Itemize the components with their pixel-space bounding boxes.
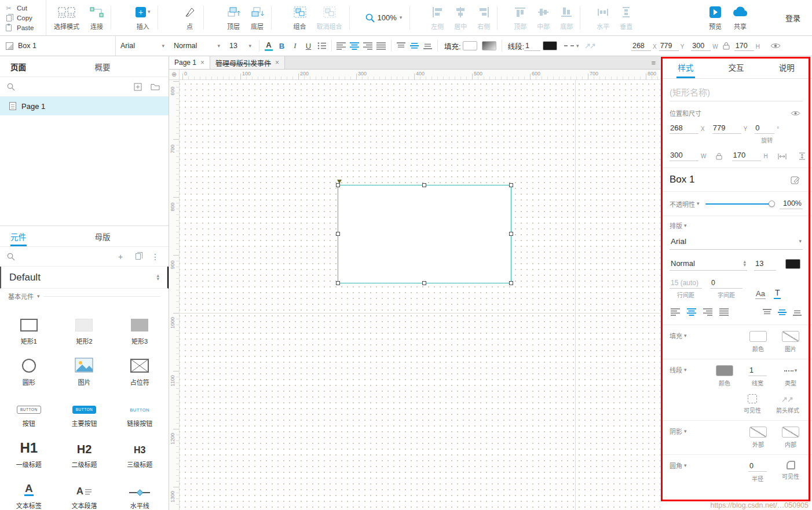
canvas-tab-master-event[interactable]: 管理母版引发事件 × bbox=[210, 56, 285, 69]
widget-item-primary-button[interactable]: BUTTON主要按钮 bbox=[57, 388, 112, 429]
align-right-button[interactable]: 右侧 bbox=[472, 0, 495, 35]
design-canvas[interactable] bbox=[180, 80, 660, 510]
resize-handle-e[interactable] bbox=[509, 232, 513, 236]
x-input[interactable] bbox=[631, 41, 651, 51]
tab-widgets[interactable]: 元件 bbox=[0, 226, 85, 246]
resize-handle-ne[interactable] bbox=[509, 183, 513, 187]
opacity-slider[interactable] bbox=[705, 203, 774, 205]
hide-widget-button[interactable] bbox=[768, 41, 783, 50]
add-page-button[interactable] bbox=[131, 81, 144, 93]
widget-item-link-button[interactable]: BUTTON链接按钮 bbox=[112, 388, 167, 429]
italic-button[interactable]: I bbox=[288, 39, 302, 53]
lock-ratio-button[interactable] bbox=[714, 151, 725, 161]
widget-item-text-label[interactable]: A文本标签 bbox=[1, 471, 57, 510]
fit-width-button[interactable] bbox=[776, 152, 789, 161]
lock-ratio-button[interactable] bbox=[720, 41, 732, 51]
fill-image-picker[interactable]: 图片 bbox=[782, 331, 799, 353]
line-visibility-toggle[interactable]: 可见性 bbox=[744, 394, 761, 414]
font-size-input[interactable] bbox=[754, 257, 776, 271]
shadow-section-toggle[interactable]: 阴影 ▾ bbox=[670, 427, 687, 436]
pages-search-input[interactable] bbox=[20, 83, 127, 91]
text-align-left-button[interactable] bbox=[335, 39, 348, 53]
arrow-style-button[interactable] bbox=[581, 41, 599, 51]
tab-style[interactable]: 样式 bbox=[660, 56, 711, 78]
fit-height-button[interactable] bbox=[796, 151, 808, 161]
login-button[interactable]: 登录 bbox=[785, 12, 800, 23]
edit-style-button[interactable] bbox=[788, 174, 803, 185]
tab-list-button[interactable]: ≡ bbox=[651, 59, 656, 67]
ruler-origin[interactable]: ⊕ bbox=[169, 70, 180, 80]
line-color-button[interactable] bbox=[540, 40, 559, 52]
text-align-justify-button[interactable] bbox=[718, 307, 730, 317]
share-button[interactable]: 共享 bbox=[727, 0, 754, 35]
preview-button[interactable]: 预览 bbox=[704, 0, 727, 35]
y-input[interactable] bbox=[659, 41, 679, 51]
fill-gradient-button[interactable] bbox=[480, 40, 499, 52]
hide-widget-button[interactable] bbox=[788, 109, 803, 118]
tab-masters[interactable]: 母版 bbox=[85, 226, 169, 246]
align-left-button[interactable]: 左侧 bbox=[426, 0, 449, 35]
align-center-button[interactable]: 居中 bbox=[449, 0, 472, 35]
close-icon[interactable]: × bbox=[200, 59, 204, 67]
add-folder-button[interactable] bbox=[149, 81, 162, 93]
bring-to-front-button[interactable]: 顶层 bbox=[222, 0, 246, 35]
h-input[interactable] bbox=[734, 41, 754, 51]
widget-item-placeholder[interactable]: 占位符 bbox=[112, 347, 167, 388]
vertical-align-top-button[interactable] bbox=[394, 39, 408, 53]
resize-handle-sw[interactable] bbox=[336, 281, 340, 285]
line-section-toggle[interactable]: 线段 ▾ bbox=[670, 365, 687, 374]
inner-shadow-picker[interactable]: 内部 bbox=[782, 427, 799, 449]
bold-button[interactable]: B bbox=[275, 39, 288, 53]
selected-widget-name-box[interactable]: Box 1 bbox=[0, 36, 116, 56]
sidebar-item-page-1[interactable]: Page 1 bbox=[0, 97, 169, 115]
point-tool-button[interactable]: 点 bbox=[178, 0, 202, 35]
text-align-center-button[interactable] bbox=[348, 39, 361, 53]
outer-shadow-picker[interactable]: 外部 bbox=[749, 427, 767, 449]
text-align-right-button[interactable] bbox=[702, 307, 714, 317]
line-type-picker[interactable]: ▾类型 bbox=[782, 365, 799, 387]
font-style-select[interactable]: Normal ▾ bbox=[169, 36, 225, 56]
opacity-dropdown[interactable]: 不透明性 ▾ bbox=[670, 199, 700, 209]
align-top-button[interactable]: 顶部 bbox=[509, 0, 532, 35]
connect-button[interactable]: 连接 bbox=[85, 0, 109, 35]
widget-item-circle[interactable]: 圆形 bbox=[1, 347, 57, 388]
corner-radius-input[interactable] bbox=[748, 461, 767, 472]
text-transform-button[interactable]: T bbox=[774, 288, 781, 299]
canvas-tab-page-1[interactable]: Page 1 × bbox=[169, 56, 210, 69]
text-align-justify-button[interactable] bbox=[375, 39, 388, 53]
font-color-button[interactable] bbox=[783, 258, 803, 270]
library-options-button[interactable]: ⋮ bbox=[149, 250, 162, 263]
insert-button[interactable]: + ▾ 插入 bbox=[130, 0, 156, 35]
widget-item-hline[interactable]: 水平线 bbox=[112, 471, 167, 510]
w-input[interactable] bbox=[670, 150, 698, 161]
resize-handle-n[interactable] bbox=[422, 183, 426, 187]
typography-dropdown[interactable]: 排版 ▾ bbox=[670, 221, 687, 230]
cut-button[interactable]: ✂ Cut bbox=[5, 5, 41, 12]
vertical-align-top-button[interactable] bbox=[762, 308, 773, 317]
resize-handle-w[interactable] bbox=[336, 232, 340, 236]
distribute-vertical-button[interactable]: 垂直 bbox=[615, 0, 638, 35]
y-input[interactable] bbox=[712, 122, 741, 134]
send-to-back-button[interactable]: 底层 bbox=[246, 0, 269, 35]
h-input[interactable] bbox=[732, 150, 761, 161]
opacity-input[interactable] bbox=[780, 198, 803, 209]
tab-interaction[interactable]: 交互 bbox=[711, 56, 761, 78]
vertical-align-bottom-button[interactable] bbox=[421, 39, 434, 53]
widget-item-button[interactable]: BUTTON按钮 bbox=[1, 388, 57, 429]
widgets-search-input[interactable] bbox=[20, 253, 109, 261]
line-spacing-input[interactable] bbox=[670, 278, 702, 289]
rotate-input[interactable] bbox=[755, 122, 774, 134]
corner-section-toggle[interactable]: 圆角 ▾ bbox=[670, 461, 687, 470]
fill-section-toggle[interactable]: 填充 ▾ bbox=[670, 331, 687, 340]
widget-section-header[interactable]: 基本元件 ▾ bbox=[0, 289, 169, 304]
zoom-control[interactable]: 100% ▾ bbox=[360, 0, 408, 35]
fill-color-button[interactable] bbox=[460, 40, 480, 52]
distribute-horizontal-button[interactable]: 水平 bbox=[591, 0, 615, 35]
underline-button[interactable]: U bbox=[302, 39, 315, 53]
line-type-button[interactable]: ▾ bbox=[559, 40, 581, 52]
widget-item-image[interactable]: 图片 bbox=[57, 347, 112, 388]
selected-rectangle-widget[interactable] bbox=[338, 185, 511, 283]
text-align-left-button[interactable] bbox=[670, 307, 682, 317]
add-library-button[interactable]: + bbox=[114, 250, 127, 263]
corner-visibility-toggle[interactable]: 可见性 bbox=[782, 461, 799, 483]
